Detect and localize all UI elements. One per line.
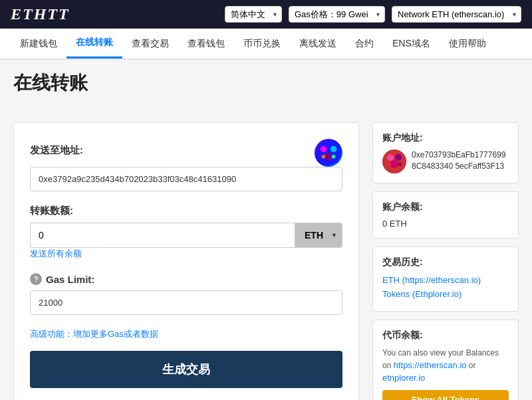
nav-online-transfer[interactable]: 在线转账 <box>66 29 122 58</box>
logo: ETHTT <box>11 5 70 23</box>
to-address-avatar <box>315 139 342 167</box>
token-note: You can also view your Balances on https… <box>382 347 509 385</box>
nav-bar: 新建钱包 在线转账 查看交易 查看钱包 币币兑换 离线发送 合约 ENS域名 使… <box>0 29 532 60</box>
account-avatar-icon <box>382 150 406 173</box>
history-link-tokens[interactable]: Tokens (Ethplorer.io) <box>382 288 509 302</box>
top-bar: ETHTT 简体中文 Gas价格：99 Gwei Network ETH (et… <box>0 0 532 29</box>
account-avatar <box>382 150 406 173</box>
language-select[interactable]: 简体中文 <box>225 6 282 23</box>
currency-select-wrapper[interactable]: ETH <box>295 223 342 248</box>
gas-selector-wrapper[interactable]: Gas价格：99 Gwei <box>289 6 385 23</box>
to-address-label-row: 发送至地址: <box>30 139 342 167</box>
to-address-group: 发送至地址: <box>30 139 342 191</box>
to-address-label: 发送至地址: <box>30 144 83 157</box>
nav-new-wallet[interactable]: 新建钱包 <box>11 30 66 58</box>
currency-select[interactable]: ETH <box>295 223 342 248</box>
svg-point-2 <box>331 146 337 153</box>
amount-label: 转账数额: <box>30 205 342 217</box>
svg-point-9 <box>390 160 398 168</box>
nav-view-wallet[interactable]: 查看钱包 <box>178 30 234 58</box>
balance-section: 账户余额: 0 ETH <box>372 191 519 239</box>
token-etherscan-link[interactable]: https://etherscan.io <box>394 360 467 370</box>
page-content: 发送至地址: <box>0 109 532 400</box>
history-section: 交易历史: ETH (https://etherscan.io) Tokens … <box>372 247 519 312</box>
svg-point-11 <box>398 162 402 166</box>
page-title: 在线转账 <box>0 60 532 96</box>
balance-value: 0 ETH <box>382 219 509 229</box>
svg-point-1 <box>321 146 327 153</box>
account-address-row: 0xe703793bEaFb17776998C8483340 5ecFaff53… <box>382 150 509 173</box>
gas-label-row: ? Gas Limit: <box>30 273 342 285</box>
nav-offline-send[interactable]: 离线发送 <box>290 30 346 58</box>
token-title: 代币余额: <box>382 330 509 342</box>
gas-limit-group: ? Gas Limit: <box>30 273 342 315</box>
send-all-link[interactable]: 发送所有余额 <box>30 249 82 258</box>
gas-limit-input[interactable] <box>30 290 342 315</box>
advanced-prefix: 高级功能： <box>30 329 73 339</box>
transfer-form: 发送至地址: <box>13 122 359 400</box>
gas-help-icon[interactable]: ? <box>30 273 42 285</box>
language-selector-wrapper[interactable]: 简体中文 <box>225 6 282 23</box>
token-section: 代币余额: You can also view your Balances on… <box>372 320 519 400</box>
history-link-eth[interactable]: ETH (https://etherscan.io) <box>382 274 509 288</box>
nav-token-swap[interactable]: 币币兑换 <box>234 30 290 58</box>
svg-point-8 <box>395 154 402 161</box>
svg-point-5 <box>332 155 336 159</box>
network-selector-wrapper[interactable]: Network ETH (etherscan.io) <box>392 6 521 23</box>
main-area: 发送至地址: <box>13 122 359 400</box>
amount-row: ETH <box>30 223 342 248</box>
svg-point-4 <box>322 155 326 159</box>
nav-ens[interactable]: ENS域名 <box>383 30 440 58</box>
gas-limit-label: Gas Limit: <box>46 274 94 285</box>
nav-help[interactable]: 使用帮助 <box>440 30 495 58</box>
show-all-tokens-button[interactable]: Show All Tokens <box>382 390 509 400</box>
account-address-text: 0xe703793bEaFb17776998C8483340 5ecFaff53… <box>412 150 509 172</box>
nav-contract[interactable]: 合约 <box>346 30 383 58</box>
gas-select[interactable]: Gas价格：99 Gwei <box>289 6 385 23</box>
balance-title: 账户余额: <box>382 201 509 213</box>
token-ethnplorer-link[interactable]: etnplorer.io <box>382 373 425 383</box>
to-address-input[interactable] <box>30 167 342 191</box>
advanced-link-row: 高级功能：增加更多Gas或者数据 <box>30 328 342 340</box>
nav-view-tx[interactable]: 查看交易 <box>122 30 178 58</box>
svg-point-10 <box>387 162 391 166</box>
svg-point-7 <box>387 154 394 161</box>
generate-tx-button[interactable]: 生成交易 <box>30 351 342 388</box>
svg-point-3 <box>325 153 332 160</box>
advanced-link[interactable]: 增加更多Gas或者数据 <box>73 329 158 339</box>
amount-input[interactable] <box>30 223 295 248</box>
account-address-title: 账户地址: <box>382 132 509 144</box>
sidebar: 账户地址: 0xe703793bEaFb17776998C8483340 5ec… <box>372 122 519 400</box>
history-title: 交易历史: <box>382 256 509 268</box>
account-address-section: 账户地址: 0xe703793bEaFb17776998C8483340 5ec… <box>372 122 519 183</box>
amount-group: 转账数额: ETH 发送所有余额 <box>30 205 342 260</box>
to-address-avatar-icon <box>316 140 341 165</box>
token-note-or: or <box>467 361 476 370</box>
network-select[interactable]: Network ETH (etherscan.io) <box>392 6 521 23</box>
